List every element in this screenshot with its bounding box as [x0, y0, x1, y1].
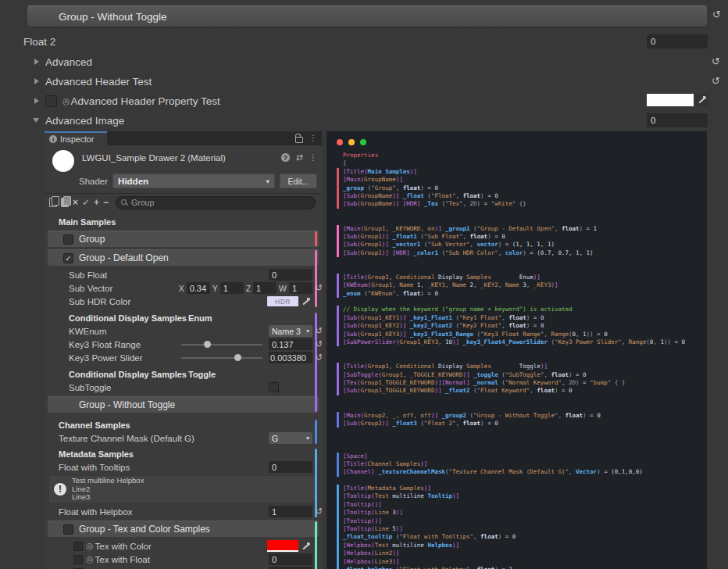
search-input[interactable]: Group — [116, 196, 316, 209]
section-metadata-samples: Metadata Samples — [45, 448, 322, 460]
lock-icon[interactable] — [295, 137, 303, 143]
preset-icon[interactable] — [296, 153, 303, 162]
hdr-color-swatch[interactable]: HDR — [267, 296, 298, 306]
texture-thumbnail[interactable] — [73, 542, 83, 551]
tex-with-float-field[interactable]: 0 — [269, 553, 312, 565]
code-line: _enum ("KWEnum", float) = 0 — [343, 290, 707, 298]
code-block: [Title(Group1, Conditional Display Sampl… — [337, 363, 707, 395]
code-line: [SubPowerSlider(Group1_KEY3, 10)] _key3_… — [343, 338, 707, 346]
tex-with-float-row: Tex with Float 0 — [45, 553, 322, 566]
texture-thumbnail[interactable] — [73, 555, 83, 564]
revert-icon[interactable] — [316, 339, 322, 349]
group-tex-color-samples-bar[interactable]: Group - Tex and Color Samples — [48, 521, 319, 537]
sub-vector-row: Sub Vector X 0.34 Y 1 Z 1 W 1 — [45, 281, 322, 295]
float-tooltips-field[interactable]: 0 — [269, 461, 312, 473]
kwenum-dropdown[interactable]: Name 3 ▾ — [269, 325, 312, 337]
tex-with-float-label: Tex with Float — [94, 555, 269, 564]
code-block: [Title(Main Samples)][Main(GroupName)]_g… — [337, 168, 707, 209]
reset-icon[interactable] — [712, 76, 720, 86]
foldout-collapsed-icon[interactable] — [34, 98, 39, 104]
float2-value-field[interactable]: 0 — [647, 34, 708, 48]
material-preview-sphere[interactable] — [52, 150, 74, 172]
key3-power-slider-label: Key3 Power Slider — [45, 353, 181, 363]
check-icon: ✓ — [65, 254, 71, 263]
vector-w-field[interactable]: 1 — [289, 282, 312, 294]
color-swatch-red[interactable] — [267, 540, 298, 552]
group-toggle-checkbox[interactable] — [63, 234, 73, 245]
revert-icon[interactable] — [316, 326, 322, 336]
minimize-window-icon[interactable] — [348, 139, 355, 145]
sub-float-field[interactable]: 0 — [269, 269, 312, 281]
group-without-toggle-header-bar[interactable]: Group - Without Toggle — [27, 5, 707, 27]
group-toggle-checkbox[interactable]: ✓ — [63, 253, 73, 263]
code-line: [Sub(Group1_KEY2)] _key2_Float2 ("Key2 F… — [343, 322, 707, 330]
float-tooltips-label: Float with Tooltips — [45, 463, 269, 472]
foldout-expanded-icon[interactable] — [33, 118, 39, 123]
group-default-open-header-bar[interactable]: ✓ Group - Default Open — [48, 249, 319, 266]
code-line: [Helpbox(Line3)] — [343, 558, 707, 566]
code-header: Properties{ — [337, 152, 707, 168]
key3-float-range-slider[interactable] — [181, 344, 262, 345]
key3-power-slider-field[interactable]: 0.003380 — [269, 352, 312, 363]
slider-knob[interactable] — [204, 341, 211, 348]
texture-channel-mask-dropdown[interactable]: G ▾ — [269, 432, 312, 444]
revert-icon[interactable] — [316, 506, 322, 517]
reset-icon[interactable] — [712, 56, 720, 66]
float-helpbox-field[interactable]: 1 — [269, 506, 312, 517]
key3-float-range-row: Key3 Float Range 0.137 — [45, 338, 322, 351]
key3-float-range-field[interactable]: 0.137 — [269, 338, 312, 350]
subtoggle-checkbox[interactable] — [269, 382, 279, 392]
inspector-panel: i Inspector LWGUI_Sample Drawer 2 (Mater… — [45, 131, 322, 569]
eyedropper-button[interactable] — [300, 295, 312, 307]
vector-x-field[interactable]: 0.34 — [187, 282, 210, 294]
section-conditional-toggle: Conditional Display Samples Toggle — [45, 368, 322, 381]
kebab-menu-icon[interactable] — [309, 154, 317, 162]
tab-inspector[interactable]: i Inspector — [45, 131, 107, 145]
group-toggle-checkbox[interactable] — [63, 524, 73, 535]
code-line: [Tooltip(Line 3)] — [343, 509, 707, 517]
remove-icon[interactable]: − — [103, 198, 109, 207]
color-swatch-white[interactable] — [647, 94, 694, 106]
kwenum-row: KWEnum Name 3 ▾ — [45, 324, 322, 338]
shader-row: Shader Hidden ▾ Edit... — [45, 172, 322, 191]
close-window-icon[interactable] — [337, 139, 343, 145]
paste-icon[interactable] — [61, 198, 69, 207]
revert-icon[interactable] — [316, 283, 322, 293]
code-line: [Sub(Group1)] [HDR] _color1 ("Sub HDR Co… — [343, 249, 707, 257]
revert-icon[interactable] — [316, 352, 322, 363]
group-header-bar[interactable]: Group — [48, 231, 319, 247]
advanced-header-test-foldout-row[interactable]: Advanced Header Test — [0, 73, 728, 89]
vector-y-field[interactable]: 1 — [220, 282, 244, 294]
advanced-image-label: Advanced Image — [39, 115, 124, 127]
code-line: [Main(GroupName)] — [343, 176, 707, 184]
expand-add-icon[interactable]: + — [94, 198, 99, 207]
shader-dropdown[interactable]: Hidden ▾ — [112, 174, 275, 188]
checkmark-icon[interactable]: ✓ — [82, 198, 90, 207]
sub-vector-label: Sub Vector — [45, 284, 156, 293]
kebab-menu-icon[interactable] — [309, 134, 317, 142]
copy-icon[interactable] — [49, 198, 57, 207]
help-icon[interactable]: ? — [281, 153, 290, 162]
chevron-down-icon: ▾ — [306, 435, 309, 442]
kwenum-value: Name 3 — [272, 327, 301, 336]
advanced-header-property-test-label: Advanced Header Property Test — [70, 95, 220, 107]
advanced-header-property-test-row[interactable]: Advanced Header Property Test — [0, 93, 728, 109]
collapse-icon[interactable]: × — [73, 198, 78, 207]
vector-z-field[interactable]: 1 — [253, 282, 277, 294]
key3-power-slider[interactable] — [181, 357, 262, 359]
group-without-toggle-bar[interactable]: Group - Without Toggle — [48, 396, 319, 413]
edit-shader-button[interactable]: Edit... — [280, 174, 317, 188]
eyedropper-button[interactable] — [695, 94, 708, 106]
advanced-foldout-row[interactable]: Advanced — [0, 54, 728, 70]
reset-icon[interactable] — [712, 9, 721, 20]
slider-knob[interactable] — [234, 354, 241, 361]
eyedropper-button[interactable] — [300, 540, 312, 552]
code-line: [Helpbox(Line2)] — [343, 549, 707, 557]
property-checkbox[interactable] — [45, 95, 57, 107]
advanced-image-foldout-row[interactable]: Advanced Image 0 — [0, 113, 728, 128]
code-block: // Display when the keyword ("group name… — [337, 306, 707, 346]
maximize-window-icon[interactable] — [360, 139, 366, 145]
advanced-image-value-field[interactable]: 0 — [647, 113, 708, 127]
group-bar-label: Group — [79, 234, 105, 245]
code-line: Properties — [343, 152, 707, 159]
